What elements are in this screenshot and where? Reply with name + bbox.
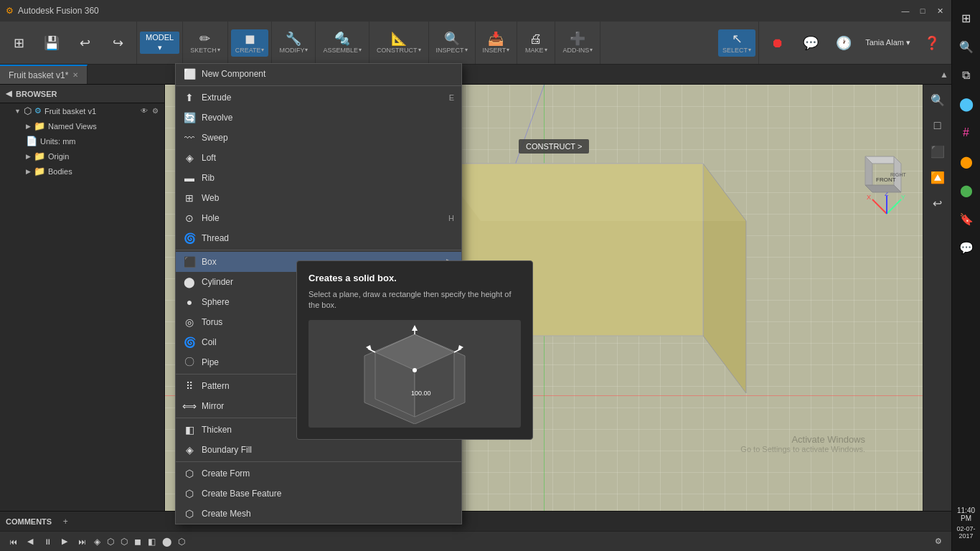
menu-create-form[interactable]: ⬡ Create Form: [176, 463, 461, 484]
taskview-btn[interactable]: ⧉: [954, 63, 979, 88]
menu-extrude[interactable]: ⬆ Extrude E: [176, 88, 461, 108]
browser-item-origin[interactable]: ▶ 📁 Origin: [0, 149, 164, 164]
menu-web[interactable]: ⊞ Web: [176, 188, 461, 208]
inspect-btn[interactable]: 🔍 INSPECT ▾: [432, 29, 472, 57]
boundary-fill-icon: ◈: [183, 443, 196, 456]
add-comment-btn[interactable]: +: [57, 514, 73, 529]
addins-btn[interactable]: ➕ ADD-INS ▾: [558, 29, 597, 57]
user-btn[interactable]: Tania Alam ▾: [861, 35, 915, 50]
loft-icon: ◈: [183, 151, 196, 164]
redo-btn[interactable]: ↪: [102, 34, 133, 52]
assemble-section: 🔩 ASSEMBLE ▾: [316, 22, 369, 64]
inspect-view-btn[interactable]: 🔼: [925, 165, 950, 189]
menu-hole[interactable]: ⊙ Hole H: [176, 208, 461, 228]
timeline-icon-3[interactable]: ⬡: [118, 535, 130, 548]
app2-btn[interactable]: ⬤: [954, 149, 979, 174]
assemble-icon: 🔩: [334, 32, 350, 45]
browser-item-root[interactable]: ▼ ⬡ ⚙ Fruit basket v1 👁 ⚙: [0, 103, 164, 118]
root-gear-icon[interactable]: ⚙: [152, 107, 159, 115]
grid-btn[interactable]: ⊞: [3, 34, 34, 52]
assemble-arrow: ▾: [359, 47, 362, 53]
record-btn[interactable]: ⏺: [762, 34, 793, 52]
thread-icon: 🌀: [183, 232, 196, 245]
maximize-btn[interactable]: □: [917, 5, 928, 17]
menu-thread[interactable]: 🌀 Thread: [176, 228, 461, 248]
app4-btn[interactable]: 🔖: [954, 207, 979, 231]
browser-item-named-views[interactable]: ▶ 📁 Named Views: [0, 118, 164, 133]
search-btn[interactable]: 🔍: [954, 34, 979, 59]
chat-btn[interactable]: 💬: [954, 235, 979, 260]
create-btn[interactable]: ◼ CREATE ▾: [231, 29, 269, 57]
cylinder-icon: ⬤: [183, 276, 196, 288]
menu-create-base-label: Create Base Feature: [202, 489, 454, 499]
menu-boundary-fill[interactable]: ◈ Boundary Fill: [176, 440, 461, 460]
main-tab[interactable]: Fruit basket v1* ✕: [0, 65, 88, 84]
timeline-icon-1[interactable]: ◈: [92, 535, 103, 548]
history-btn[interactable]: 🕐: [828, 34, 859, 52]
expand-btn[interactable]: ▲: [937, 65, 951, 84]
create-icon: ◼: [245, 32, 255, 45]
construct-btn[interactable]: 📐 CONSTRUCT ▾: [372, 29, 425, 57]
menu-loft[interactable]: ◈ Loft: [176, 148, 461, 168]
timeline-icon-6[interactable]: ⬤: [160, 535, 174, 548]
timeline-icon-2[interactable]: ⬡: [105, 535, 116, 548]
menu-divider-5: [176, 461, 461, 462]
chrome-btn[interactable]: ⬤: [954, 92, 979, 116]
insert-label: INSERT ▾: [483, 47, 510, 54]
app3-btn[interactable]: ⬤: [954, 178, 979, 202]
insert-arrow: ▾: [507, 47, 509, 53]
make-arrow: ▾: [545, 47, 547, 53]
modify-btn[interactable]: 🔧 MODIFY ▾: [275, 29, 312, 57]
app1-btn[interactable]: #: [954, 121, 979, 145]
minimize-btn[interactable]: —: [900, 5, 911, 17]
windows-btn[interactable]: ⊞: [954, 6, 979, 30]
viewcube[interactable]: FRONT RIGHT Y X Z: [851, 142, 908, 199]
view-btn[interactable]: □: [925, 113, 950, 138]
menu-new-component[interactable]: ⬜ New Component: [176, 64, 461, 84]
make-btn[interactable]: 🖨 MAKE ▾: [520, 29, 552, 57]
root-icon: ⬡: [24, 105, 32, 116]
play-end-btn[interactable]: ⏭: [75, 534, 89, 549]
insert-btn[interactable]: 📥 INSERT ▾: [479, 29, 514, 57]
zoom-fit-btn[interactable]: 🔍: [925, 88, 950, 112]
select-label: SELECT ▾: [722, 47, 751, 54]
menu-sweep[interactable]: 〰 Sweep: [176, 128, 461, 148]
browser-item-bodies[interactable]: ▶ 📁 Bodies: [0, 164, 164, 179]
play-prev-btn[interactable]: ◀: [23, 534, 37, 549]
menu-revolve[interactable]: 🔄 Revolve: [176, 108, 461, 128]
browser-item-units[interactable]: 📄 Units: mm: [0, 133, 164, 149]
root-vis-icon[interactable]: 👁: [141, 107, 148, 115]
timeline-icon-5[interactable]: ◧: [146, 535, 158, 548]
display-btn[interactable]: ⬛: [925, 139, 950, 164]
timeline-icon-4[interactable]: ◼: [132, 535, 143, 548]
save-btn[interactable]: 💾: [36, 34, 67, 52]
model-btn[interactable]: MODEL ▾: [140, 32, 179, 54]
assemble-btn[interactable]: 🔩 ASSEMBLE ▾: [319, 29, 366, 57]
undo-btn[interactable]: ↩: [69, 34, 100, 52]
menu-sweep-label: Sweep: [202, 133, 454, 143]
create-label: CREATE ▾: [235, 47, 265, 54]
play-next-btn[interactable]: ▶: [57, 534, 72, 549]
play-pause-btn[interactable]: ⏸: [40, 534, 55, 549]
play-start-btn[interactable]: ⏮: [6, 534, 20, 549]
settings-btn[interactable]: ⚙: [931, 534, 946, 549]
menu-rib[interactable]: ▬ Rib: [176, 168, 461, 188]
timeline-icon-7[interactable]: ⬡: [176, 535, 187, 548]
namedviews-label: Named Views: [48, 122, 97, 131]
comment-btn[interactable]: 💬: [795, 34, 826, 52]
undo-view-btn[interactable]: ↩: [925, 191, 950, 215]
help-btn[interactable]: ❓: [916, 34, 948, 52]
construct-badge[interactable]: CONSTRUCT >: [519, 139, 589, 154]
coil-icon: 🌀: [183, 336, 196, 349]
menu-create-mesh[interactable]: ⬡ Create Mesh: [176, 504, 461, 524]
axis-indicator: Y X Z: [865, 192, 908, 221]
tab-close-btn[interactable]: ✕: [72, 71, 78, 79]
sketch-label: SKETCH ▾: [190, 47, 220, 54]
menu-create-base[interactable]: ⬡ Create Base Feature: [176, 484, 461, 504]
browser-header[interactable]: ◀ BROWSER: [0, 85, 164, 103]
thicken-icon: ◧: [183, 423, 196, 436]
menu-new-component-label: New Component: [202, 69, 454, 79]
select-btn[interactable]: ↖ SELECT ▾: [718, 29, 755, 57]
close-btn[interactable]: ✕: [934, 5, 946, 17]
sketch-btn[interactable]: ✏ SKETCH ▾: [186, 29, 225, 57]
